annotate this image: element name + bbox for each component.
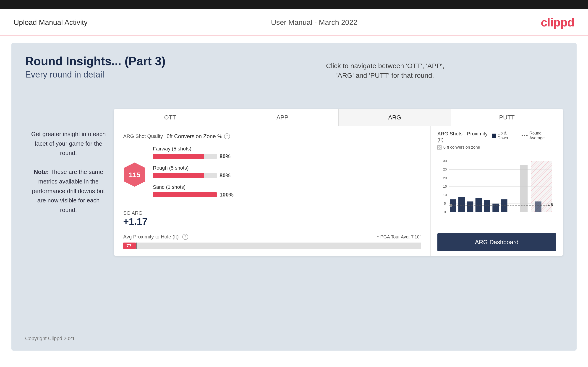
bar-fill-rough [153, 173, 204, 178]
bar-label-rough: Rough (5 shots) [153, 165, 421, 171]
insight-text: Get greater insight into each facet of y… [30, 129, 107, 215]
proximity-marker [137, 242, 137, 249]
svg-rect-26 [501, 199, 508, 212]
upload-label: Upload Manual Activity [14, 18, 88, 27]
shot-quality-label: ARG Shot Quality [123, 133, 163, 139]
arg-dashboard-button[interactable]: ARG Dashboard [437, 233, 556, 251]
svg-rect-21 [458, 197, 465, 212]
bar-pct-sand: 100% [219, 192, 233, 198]
main-content: Round Insights... (Part 3) Every round i… [11, 43, 577, 350]
svg-point-32 [450, 204, 452, 207]
help-icon[interactable]: ? [224, 133, 230, 139]
svg-text:25: 25 [443, 167, 447, 171]
svg-rect-25 [493, 204, 499, 212]
svg-text:20: 20 [443, 176, 447, 180]
bar-pct-fairway: 80% [219, 153, 233, 159]
bar-label-sand: Sand (1 shots) [153, 184, 421, 190]
svg-text:0: 0 [444, 210, 446, 214]
footer: Copyright Clippd 2021 [25, 335, 75, 342]
arg-dashboard-label: ARG Dashboard [475, 239, 519, 245]
chart-area: 0 5 10 15 20 25 30 [437, 152, 556, 230]
bar-row-sand: Sand (1 shots) 100% [153, 184, 421, 198]
nav-hint-text: Click to navigate between 'OTT', 'APP','… [326, 62, 444, 79]
svg-rect-22 [467, 201, 473, 212]
dashboard-panel: OTT APP ARG PUTT ARG Shot Quality 6ft Co… [114, 109, 563, 256]
bar-row-fairway: Fairway (5 shots) 80% [153, 146, 421, 159]
proximity-value: 77' [126, 243, 133, 249]
svg-rect-28 [535, 201, 541, 212]
shot-quality-header: ARG Shot Quality 6ft Conversion Zone % ? [123, 133, 421, 140]
hexagon-badge: 115 [123, 162, 146, 187]
tab-app[interactable]: APP [226, 109, 339, 126]
top-bar [0, 0, 588, 9]
svg-text:10: 10 [443, 193, 447, 197]
tab-ott[interactable]: OTT [114, 109, 226, 126]
svg-text:30: 30 [443, 159, 447, 163]
page-subtitle: Every round in detail [25, 70, 563, 80]
bar-track-fairway [153, 154, 217, 159]
left-column: ARG Shot Quality 6ft Conversion Zone % ?… [114, 126, 431, 256]
legend-square-icon [492, 133, 496, 138]
chart-legend: Up & Down Round Average [492, 131, 556, 141]
legend-round-avg: Round Average [522, 131, 556, 141]
sg-value: +1.17 [123, 216, 421, 227]
bar-label-fairway: Fairway (5 shots) [153, 146, 421, 152]
bar-fill-sand [153, 192, 217, 197]
shot-quality-bars: Fairway (5 shots) 80% Rough (5 shots) [153, 146, 421, 203]
proximity-fill: 77' [123, 242, 136, 249]
insight-note: Note: [34, 168, 49, 175]
conversion-label: 6ft Conversion Zone % [167, 133, 222, 140]
hex-badge-section: 115 Fairway (5 shots) 80% [123, 146, 421, 203]
legend-updown-label: Up & Down [497, 131, 517, 141]
pga-avg-label: ↑ PGA Tour Avg: 7'10" [377, 234, 421, 240]
svg-text:8: 8 [551, 203, 553, 207]
bar-fill-fairway [153, 154, 204, 159]
header: Upload Manual Activity User Manual - Mar… [0, 9, 588, 36]
tab-arg[interactable]: ARG [339, 109, 451, 126]
chart-title: ARG Shots - Proximity (ft) [437, 131, 492, 143]
svg-text:15: 15 [443, 184, 447, 188]
bar-pct-rough: 80% [219, 172, 233, 179]
tab-bar: OTT APP ARG PUTT [114, 109, 563, 126]
sg-label: SG ARG [123, 210, 421, 216]
legend-round-avg-label: Round Average [529, 131, 556, 141]
copyright-text: Copyright Clippd 2021 [25, 335, 75, 341]
insight-main: Get greater insight into each facet of y… [31, 131, 106, 156]
legend-dash-icon [522, 135, 528, 136]
proximity-bar: 77' [123, 242, 421, 249]
svg-rect-24 [484, 200, 490, 212]
svg-text:115: 115 [129, 171, 140, 178]
legend-conversion-label: 6 ft conversion zone [443, 145, 480, 150]
page-title: Round Insights... (Part 3) [25, 54, 563, 68]
bar-row-rough: Rough (5 shots) 80% [153, 165, 421, 179]
tab-putt[interactable]: PUTT [451, 109, 563, 126]
bar-track-rough [153, 173, 217, 178]
svg-text:5: 5 [444, 201, 446, 205]
sg-arg-section: SG ARG +1.17 [123, 210, 421, 227]
legend-hatch-icon [437, 145, 441, 150]
proximity-track: 77' [123, 242, 421, 249]
right-column: ARG Shots - Proximity (ft) Up & Down Rou… [431, 126, 563, 256]
bar-track-sand [153, 192, 217, 197]
proximity-chart: 0 5 10 15 20 25 30 [437, 152, 556, 216]
panel-body: ARG Shot Quality 6ft Conversion Zone % ?… [114, 126, 563, 256]
proximity-help-icon[interactable]: ? [182, 234, 188, 240]
legend-updown: Up & Down [492, 131, 517, 141]
clippd-logo: clippd [541, 16, 574, 29]
nav-hint: Click to navigate between 'OTT', 'APP','… [326, 61, 444, 80]
doc-title: User Manual - March 2022 [271, 18, 357, 27]
proximity-section: Avg Proximity to Hole (ft) ? ↑ PGA Tour … [123, 234, 421, 249]
proximity-header: Avg Proximity to Hole (ft) ? ↑ PGA Tour … [123, 234, 421, 240]
proximity-label: Avg Proximity to Hole (ft) [123, 234, 179, 240]
